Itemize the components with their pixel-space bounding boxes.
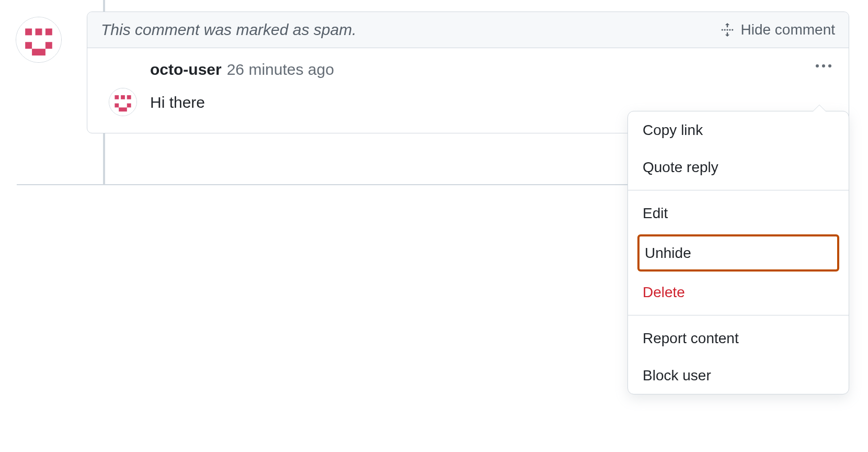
svg-point-15 [828,64,831,67]
svg-point-10 [727,29,728,30]
svg-point-8 [722,29,723,30]
svg-point-9 [724,29,726,30]
hide-comment-label: Hide comment [740,21,835,38]
author-line: octo-user 26 minutes ago [150,58,833,81]
svg-rect-1 [25,29,32,36]
identicon-icon [109,88,136,116]
comment-header: This comment was marked as spam. Hide co… [87,12,849,48]
svg-point-11 [729,29,731,30]
comment-actions-button[interactable] [811,58,836,74]
kebab-icon [815,64,832,68]
menu-report-content[interactable]: Report content [628,320,849,357]
menu-divider [628,190,849,190]
comment-actions-menu: Copy link Quote reply Edit Unhide Delete… [627,111,849,394]
svg-rect-2 [36,29,42,36]
menu-block-user[interactable]: Block user [628,357,849,394]
svg-point-14 [822,64,825,67]
svg-rect-4 [25,42,32,49]
identicon-icon [16,17,61,62]
menu-quote-reply[interactable]: Quote reply [628,149,849,186]
svg-rect-5 [32,49,39,55]
svg-rect-23 [123,107,127,111]
svg-rect-3 [45,29,52,36]
avatar[interactable] [16,17,62,63]
svg-point-13 [816,64,819,67]
svg-point-12 [732,29,734,30]
svg-rect-20 [115,104,119,108]
svg-rect-21 [119,107,123,111]
svg-rect-18 [121,95,125,99]
svg-rect-22 [127,104,131,108]
comment-timestamp[interactable]: 26 minutes ago [227,58,334,81]
svg-rect-6 [45,42,52,49]
menu-unhide[interactable]: Unhide [639,236,837,269]
avatar-inline[interactable] [109,88,137,116]
svg-rect-7 [39,49,45,55]
menu-divider [628,315,849,315]
author-name[interactable]: octo-user [150,58,222,81]
hide-comment-button[interactable]: Hide comment [716,19,835,40]
fold-icon [721,23,734,37]
svg-rect-19 [127,95,131,99]
menu-unhide-highlight: Unhide [637,234,839,272]
menu-copy-link[interactable]: Copy link [628,111,849,149]
svg-rect-17 [115,95,119,99]
spam-status-text: This comment was marked as spam. [101,21,356,39]
menu-delete[interactable]: Delete [628,274,849,311]
menu-edit[interactable]: Edit [628,195,849,232]
